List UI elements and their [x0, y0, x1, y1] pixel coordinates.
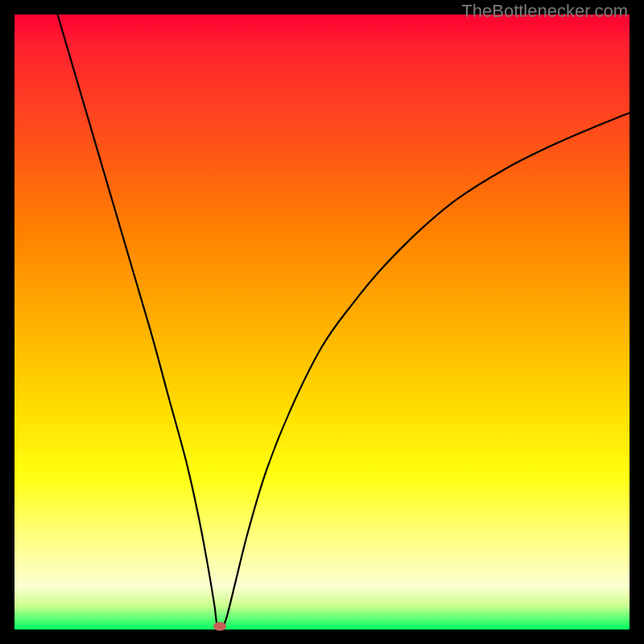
plot-area [14, 14, 630, 630]
bottleneck-curve [57, 14, 630, 629]
attribution-label: TheBottlenecker.com [461, 1, 628, 22]
curve-svg [14, 14, 630, 630]
chart-container: TheBottlenecker.com [0, 0, 644, 644]
optimum-marker [213, 622, 226, 631]
